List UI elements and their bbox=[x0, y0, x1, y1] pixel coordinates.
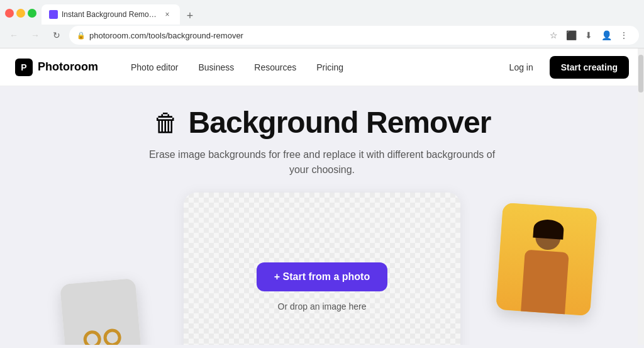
person-background bbox=[496, 203, 597, 316]
start-creating-button[interactable]: Start creating bbox=[550, 56, 629, 79]
address-bar-row: ← → ↻ 🔒 photoroom.com/tools/background-r… bbox=[0, 23, 644, 48]
tab-favicon bbox=[49, 10, 58, 19]
back-button[interactable]: ← bbox=[5, 26, 23, 44]
address-bar-actions: ☆ ⬛ ⬇ 👤 ⋮ bbox=[546, 28, 631, 43]
nav-actions: Log in Start creating bbox=[499, 56, 629, 79]
lock-icon: 🔒 bbox=[77, 31, 86, 40]
main-content: 🗑 Background Remover Erase image backgro… bbox=[0, 86, 644, 345]
logo[interactable]: P Photoroom bbox=[15, 59, 98, 76]
nav-links: Photo editor Business Resources Pricing bbox=[123, 57, 499, 77]
ring-1 bbox=[83, 330, 102, 345]
nav-business[interactable]: Business bbox=[191, 57, 242, 77]
person-hair bbox=[533, 218, 564, 239]
drop-zone[interactable]: + Start from a photo Or drop an image he… bbox=[184, 193, 460, 345]
browser-chrome: Instant Background Remover - × + ← → ↻ 🔒… bbox=[0, 0, 644, 48]
floating-image-person bbox=[496, 203, 597, 316]
cast-icon[interactable]: ⬛ bbox=[564, 28, 579, 43]
window-controls bbox=[5, 9, 36, 18]
maximize-button[interactable] bbox=[28, 9, 36, 18]
browser-titlebar: Instant Background Remover - × + bbox=[0, 0, 644, 23]
floating-image-jewelry bbox=[60, 278, 142, 345]
ring-2 bbox=[103, 328, 121, 345]
minimize-button[interactable] bbox=[16, 9, 25, 18]
page-title-row: 🗑 Background Remover bbox=[153, 105, 491, 140]
subtitle-line1: Erase image backgrounds for free and rep… bbox=[149, 149, 495, 160]
person-silhouette bbox=[518, 223, 574, 314]
upload-button[interactable]: + Start from a photo bbox=[257, 262, 387, 291]
nav-pricing[interactable]: Pricing bbox=[309, 57, 351, 77]
scrollbar[interactable] bbox=[638, 48, 644, 345]
background-remover-icon: 🗑 bbox=[153, 110, 179, 135]
navbar: P Photoroom Photo editor Business Resour… bbox=[0, 48, 644, 86]
forward-button[interactable]: → bbox=[26, 26, 44, 44]
page-subtitle: Erase image backgrounds for free and rep… bbox=[149, 147, 495, 177]
download-icon[interactable]: ⬇ bbox=[581, 28, 596, 43]
tab-bar: Instant Background Remover - × + bbox=[36, 4, 204, 25]
page-title: Background Remover bbox=[189, 105, 491, 140]
new-tab-button[interactable]: + bbox=[181, 7, 199, 25]
profile-icon[interactable]: 👤 bbox=[599, 28, 614, 43]
tab-title: Instant Background Remover - bbox=[62, 10, 158, 19]
person-body bbox=[521, 250, 569, 316]
url-text: photoroom.com/tools/background-remover bbox=[89, 31, 243, 40]
logo-icon: P bbox=[15, 59, 33, 76]
subtitle-line2: your choosing. bbox=[289, 164, 355, 175]
refresh-button[interactable]: ↻ bbox=[48, 26, 65, 44]
jewelry-background bbox=[60, 278, 142, 345]
close-button[interactable] bbox=[5, 9, 14, 18]
url-bar[interactable]: 🔒 photoroom.com/tools/background-remover… bbox=[69, 26, 639, 45]
bookmark-icon[interactable]: ☆ bbox=[546, 28, 561, 43]
logo-text: Photoroom bbox=[38, 60, 98, 74]
nav-photo-editor[interactable]: Photo editor bbox=[123, 57, 186, 77]
active-tab[interactable]: Instant Background Remover - × bbox=[42, 4, 180, 25]
nav-resources[interactable]: Resources bbox=[247, 57, 304, 77]
drop-hint: Or drop an image here bbox=[278, 301, 367, 312]
jewelry-rings bbox=[83, 328, 122, 345]
tab-close-button[interactable]: × bbox=[162, 9, 172, 20]
scrollbar-thumb[interactable] bbox=[638, 55, 643, 93]
menu-icon[interactable]: ⋮ bbox=[616, 28, 631, 43]
page-content: P Photoroom Photo editor Business Resour… bbox=[0, 48, 644, 345]
login-button[interactable]: Log in bbox=[499, 57, 543, 77]
